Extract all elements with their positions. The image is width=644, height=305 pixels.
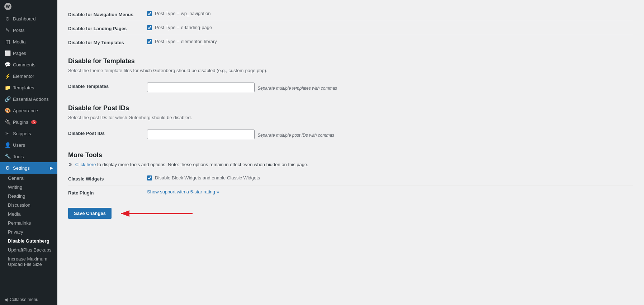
nav-menus-value: Post Type = wp_navigation [147,11,633,16]
sidebar-label-dashboard: Dashboard [13,16,36,22]
submenu-disable-gutenberg[interactable]: Disable Gutenberg [0,236,57,245]
submenu-reading[interactable]: Reading [0,192,57,201]
nav-menus-checkbox[interactable] [147,11,152,16]
classic-widgets-row: Classic Widgets Disable Block Widgets an… [68,172,633,186]
my-templates-checkbox-row: Post Type = elementor_library [147,39,217,44]
disable-templates-input[interactable] [147,83,255,92]
sidebar-label-elementor: Elementor [13,74,34,79]
pages-icon: ⬜ [4,50,11,56]
classic-widgets-label: Classic Widgets [68,175,147,182]
templates-icon: 📁 [4,85,11,90]
sidebar-label-appearance: Appearance [13,108,38,113]
dashboard-icon: ⊙ [4,16,11,22]
disable-post-ids-field-value: Separate multiple post IDs with commas [147,130,633,139]
more-tools-block: More Tools ⚙ Click here to display more … [68,151,633,199]
settings-icon: ⚙ [4,165,11,171]
disable-post-ids-title: Disable for Post IDs [68,104,633,112]
tools-icon: 🔧 [4,154,11,159]
sidebar-label-settings: Settings [13,165,30,171]
landing-pages-value: Post Type = e-landing-page [147,25,633,30]
sidebar-label-users: Users [13,142,25,148]
sidebar-label-comments: Comments [13,62,35,67]
sidebar-item-snippets[interactable]: ✂ Snippets [0,128,57,139]
sidebar-item-templates[interactable]: 📁 Templates [0,82,57,93]
sidebar-label-tools: Tools [13,154,24,159]
more-tools-link[interactable]: Click here [75,162,96,167]
landing-pages-checkbox-row: Post Type = e-landing-page [147,25,212,30]
sidebar-item-posts[interactable]: ✎ Posts [0,24,57,36]
sidebar-label-essential-addons: Essential Addons [13,97,49,102]
rate-plugin-link[interactable]: Show support with a 5-star rating » [147,189,219,194]
disable-post-ids-block: Disable for Post IDs Select the post IDs… [68,104,633,143]
save-changes-button[interactable]: Save Changes [68,208,112,219]
sidebar-item-dashboard[interactable]: ⊙ Dashboard [0,13,57,24]
sidebar-item-users[interactable]: 👤 Users [0,139,57,151]
rate-plugin-value: Show support with a 5-star rating » [147,189,633,194]
wp-logo-icon: W [4,3,11,10]
disable-post-ids-field-label: Disable Post IDs [68,130,147,136]
sidebar-label-snippets: Snippets [13,131,31,136]
sidebar: W ⊙ Dashboard ✎ Posts ◫ Media ⬜ Pages 💬 … [0,0,57,305]
my-templates-hint: Post Type = elementor_library [155,39,217,44]
submenu-permalinks[interactable]: Permalinks [0,219,57,227]
landing-pages-row: Disable for Landing Pages Post Type = e-… [68,21,633,35]
comments-icon: 💬 [4,62,11,67]
rate-plugin-row: Rate Plugin Show support with a 5-star r… [68,186,633,199]
plugins-badge: 5 [31,120,37,124]
sidebar-item-appearance[interactable]: 🎨 Appearance [0,105,57,116]
rate-plugin-label: Rate Plugin [68,189,147,196]
save-changes-area: Save Changes [68,208,633,219]
settings-submenu: General Writing Reading Discussion Media… [0,174,57,269]
sidebar-item-plugins[interactable]: 🔌 Plugins 5 [0,116,57,128]
more-tools-text-row: ⚙ Click here to display more tools and o… [68,162,633,167]
disable-templates-row: Disable Templates Separate multiple temp… [68,79,633,96]
submenu-media[interactable]: Media [0,210,57,219]
sidebar-item-media[interactable]: ◫ Media [0,36,57,47]
disable-templates-hint: Separate multiple templates with commas [257,86,337,91]
submenu-general[interactable]: General [0,174,57,183]
sidebar-item-settings[interactable]: ⚙ Settings ▶ [0,162,57,174]
snippets-icon: ✂ [4,131,11,136]
sidebar-logo: W [0,0,57,13]
submenu-updraftplus[interactable]: UpdraftPlus Backups [0,245,57,254]
collapse-label: Collapse menu [10,297,38,302]
landing-pages-hint: Post Type = e-landing-page [155,25,212,30]
sidebar-label-media: Media [13,39,25,44]
classic-widgets-checkbox[interactable] [147,175,152,180]
essential-addons-icon: 🔗 [4,96,11,102]
submenu-increase-upload[interactable]: Increase Maximum Upload File Size [0,254,57,269]
sidebar-item-essential-addons[interactable]: 🔗 Essential Addons [0,93,57,105]
sidebar-item-tools[interactable]: 🔧 Tools [0,151,57,162]
submenu-discussion[interactable]: Discussion [0,201,57,210]
sidebar-item-comments[interactable]: 💬 Comments [0,59,57,70]
elementor-icon: ⚡ [4,73,11,79]
nav-menus-hint: Post Type = wp_navigation [155,11,211,16]
more-tools-link-suffix: to display more tools and options. Note:… [96,162,308,167]
users-icon: 👤 [4,142,11,148]
sidebar-label-posts: Posts [13,28,25,33]
save-arrow-indicator [117,208,196,219]
sidebar-item-elementor[interactable]: ⚡ Elementor [0,70,57,82]
disable-templates-title: Disable for Templates [68,57,633,65]
appearance-icon: 🎨 [4,108,11,113]
disable-post-ids-input[interactable] [147,130,255,139]
classic-widgets-checkbox-row: Disable Block Widgets and enable Classic… [147,175,260,180]
collapse-menu-button[interactable]: ◀ Collapse menu [0,294,57,305]
media-icon: ◫ [4,39,11,44]
disable-post-ids-desc: Select the post IDs for which Gutenberg … [68,115,633,120]
disable-templates-field-label: Disable Templates [68,83,147,89]
my-templates-checkbox[interactable] [147,39,152,44]
nav-menus-row: Disable for Navigation Menus Post Type =… [68,7,633,21]
submenu-privacy[interactable]: Privacy [0,227,57,236]
my-templates-value: Post Type = elementor_library [147,39,633,44]
nav-menus-checkbox-row: Post Type = wp_navigation [147,11,211,16]
submenu-writing[interactable]: Writing [0,183,57,192]
my-templates-label: Disable for My Templates [68,39,147,45]
sidebar-item-pages[interactable]: ⬜ Pages [0,47,57,59]
landing-pages-checkbox[interactable] [147,25,152,30]
disable-templates-field-value: Separate multiple templates with commas [147,83,633,92]
my-templates-row: Disable for My Templates Post Type = ele… [68,35,633,49]
posts-icon: ✎ [4,27,11,33]
disable-templates-block: Disable for Templates Select the theme t… [68,57,633,96]
collapse-icon: ◀ [4,297,8,302]
